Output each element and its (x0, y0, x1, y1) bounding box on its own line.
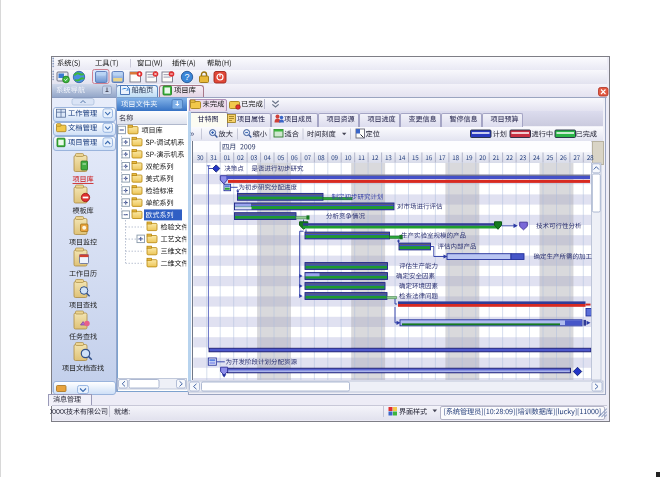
svg-text:?: ? (184, 72, 189, 82)
